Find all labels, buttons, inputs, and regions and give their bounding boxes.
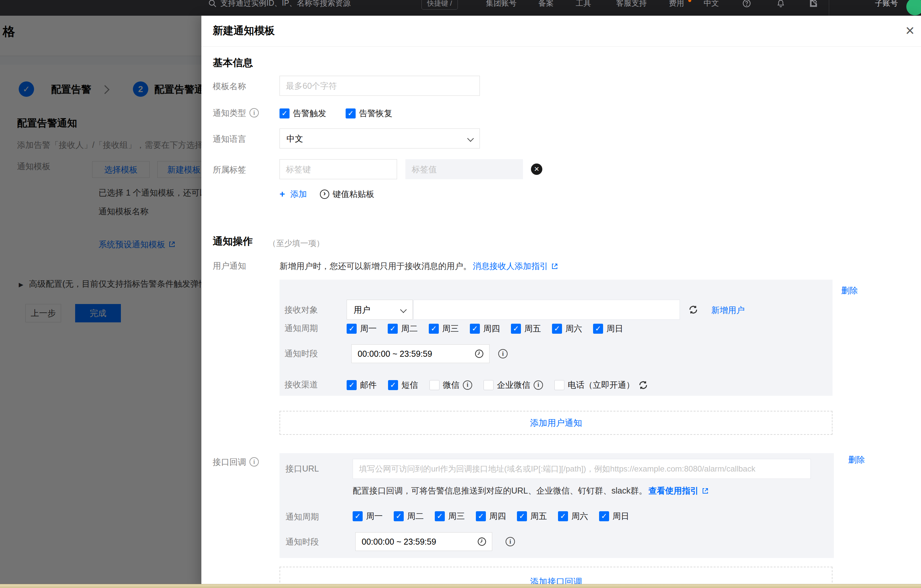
time-range-input[interactable]: 00:00:00 ~ 23:59:59 [355, 532, 492, 551]
template-name-input[interactable] [280, 76, 480, 96]
usage-guide-link[interactable]: 查看使用指引 [649, 485, 709, 496]
checkbox-checked-icon [388, 324, 398, 334]
template-name-label: 模板名称 [213, 81, 246, 91]
checkbox-checked-icon [476, 511, 486, 521]
add-user-notify-button[interactable]: 添加用户通知 [280, 411, 833, 435]
console-icon [809, 0, 818, 8]
checkbox-checked-icon [517, 511, 527, 521]
add-tag-button[interactable]: 添加 [280, 188, 307, 200]
global-search[interactable]: 支持通过实例ID、IP、名称等搜索资源 [208, 0, 351, 11]
receiver-guide-link[interactable]: 消息接收人添加指引 [473, 261, 559, 272]
checkbox-checked-icon [347, 324, 356, 334]
console-settings-button[interactable] [809, 0, 818, 11]
topnav-language[interactable]: 中文 [704, 0, 719, 11]
day-checkbox[interactable]: 周五 [517, 510, 547, 521]
info-icon[interactable] [249, 108, 259, 117]
day-checkbox[interactable]: 周五 [511, 323, 541, 334]
create-notify-template-modal: 新建通知模板 基本信息 模板名称 通知类型 告警触发 告警恢复 通知语言 中文 … [201, 16, 921, 588]
tag-delete-icon[interactable] [531, 164, 542, 175]
user-notify-delete-link[interactable]: 删除 [841, 285, 858, 295]
checkbox-checked-icon [429, 324, 439, 334]
type-recover-checkbox[interactable]: 告警恢复 [346, 108, 392, 119]
topnav-tools[interactable]: 工具 [576, 0, 591, 11]
channel-options: 邮件 短信 微信 企业微信 电话（立即开通） [347, 379, 649, 390]
user-notify-panel: 接收对象 用户 新增用户 通知周期 周一 周二 周三 周四 周五 周六 周日 [280, 279, 833, 396]
user-notify-tip: 新增用户时，您还可以新增只用于接收消息的用户。 消息接收人添加指引 [280, 261, 559, 272]
topnav-support[interactable]: 客服支持 [616, 0, 647, 11]
time-range-input[interactable]: 00:00:00 ~ 23:59:59 [351, 344, 490, 363]
modal-header-divider [201, 46, 921, 47]
day-checkbox[interactable]: 周日 [593, 323, 623, 334]
search-placeholder: 支持通过实例ID、IP、名称等搜索资源 [220, 0, 351, 8]
checkbox-checked-icon [394, 511, 404, 521]
info-icon[interactable] [506, 537, 515, 546]
receiver-type-select[interactable]: 用户 [347, 300, 413, 320]
tag-value-input[interactable] [405, 159, 523, 179]
checkbox-checked-icon [470, 324, 480, 334]
callback-days: 周一 周二 周三 周四 周五 周六 周日 [353, 510, 629, 521]
bottom-strip [0, 584, 921, 588]
channel-phone-checkbox[interactable]: 电话（立即开通） [554, 379, 649, 390]
checkbox-checked-icon [593, 324, 603, 334]
day-checkbox[interactable]: 周一 [347, 323, 377, 334]
channel-label: 接收渠道 [285, 379, 318, 390]
day-checkbox[interactable]: 周日 [599, 510, 629, 521]
kv-paste-button[interactable]: 键值粘贴板 [320, 188, 374, 200]
ops-section-title: 通知操作 [213, 234, 253, 248]
tag-key-input[interactable] [280, 159, 397, 179]
chevron-down-icon [400, 306, 407, 313]
topnav-group-account[interactable]: 集团账号 [486, 0, 517, 11]
notifications-button[interactable] [776, 0, 786, 11]
modal-backdrop[interactable] [0, 16, 201, 588]
period-label: 通知时段 [285, 537, 319, 547]
channel-wecom-checkbox[interactable]: 企业微信 [483, 379, 543, 390]
checkbox-checked-icon [280, 109, 290, 119]
day-checkbox[interactable]: 周六 [552, 323, 582, 334]
refresh-icon[interactable] [688, 304, 699, 315]
checkbox-unchecked-icon [554, 380, 565, 390]
topbar: 支持通过实例ID、IP、名称等搜索资源 快捷键 / 集团账号 备案 工具 客服支… [0, 0, 921, 16]
day-checkbox[interactable]: 周四 [470, 323, 500, 334]
day-checkbox[interactable]: 周一 [353, 510, 383, 521]
callback-url-input[interactable] [353, 459, 811, 479]
info-icon[interactable] [498, 349, 508, 358]
day-checkbox[interactable]: 周二 [388, 323, 418, 334]
cycle-label: 通知周期 [285, 512, 319, 521]
channel-sms-checkbox[interactable]: 短信 [388, 379, 418, 390]
basic-info-section-title: 基本信息 [213, 56, 253, 70]
topnav-beian[interactable]: 备案 [538, 0, 554, 11]
sub-account-label[interactable]: 子账号 [875, 0, 898, 11]
checkbox-checked-icon [388, 380, 398, 390]
day-checkbox[interactable]: 周六 [558, 510, 588, 521]
callback-label: 接口回调 [213, 457, 259, 467]
channel-wechat-checkbox[interactable]: 微信 [430, 379, 472, 390]
receiver-label: 接收对象 [285, 305, 318, 315]
info-icon[interactable] [249, 457, 259, 466]
search-icon [208, 0, 217, 8]
channel-email-checkbox[interactable]: 邮件 [347, 379, 377, 390]
user-notify-days: 周一 周二 周三 周四 周五 周六 周日 [347, 323, 623, 334]
refresh-icon[interactable] [638, 380, 649, 390]
callback-delete-link[interactable]: 删除 [848, 455, 865, 465]
checkbox-checked-icon [599, 511, 609, 521]
close-icon[interactable] [901, 22, 919, 39]
help-button[interactable] [742, 0, 751, 11]
receiver-input[interactable] [413, 300, 680, 320]
notify-language-label: 通知语言 [213, 134, 246, 144]
clock-icon [474, 348, 485, 359]
topnav-billing[interactable]: 费用 [669, 0, 691, 11]
day-checkbox[interactable]: 周二 [394, 510, 424, 521]
add-user-link[interactable]: 新增用户 [711, 305, 745, 316]
language-select[interactable]: 中文 [280, 128, 480, 148]
info-icon[interactable] [463, 380, 472, 390]
kv-paste-icon [320, 190, 329, 199]
avatar[interactable] [906, 0, 921, 15]
type-trigger-checkbox[interactable]: 告警触发 [280, 108, 326, 119]
period-label: 通知时段 [285, 348, 318, 358]
notify-type-label: 通知类型 [213, 108, 259, 118]
day-checkbox[interactable]: 周四 [476, 510, 506, 521]
callback-url-label: 接口URL [285, 463, 319, 474]
day-checkbox[interactable]: 周三 [429, 323, 459, 334]
info-icon[interactable] [534, 380, 543, 390]
day-checkbox[interactable]: 周三 [435, 510, 465, 521]
